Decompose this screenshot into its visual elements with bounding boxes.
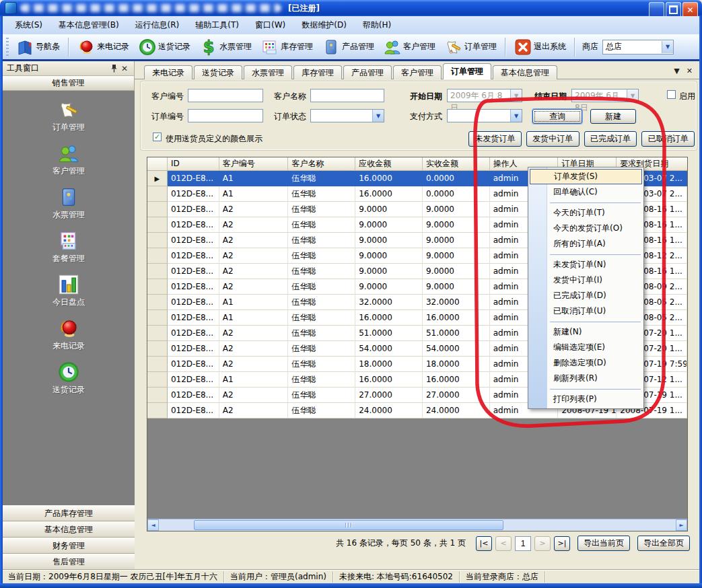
context-menu-item[interactable]: [528, 319, 643, 324]
query-button[interactable]: 查询: [532, 109, 582, 124]
context-menu-item[interactable]: 打印列表(P): [528, 392, 643, 407]
start-date-picker[interactable]: 2009年 6月 8日 ▼: [447, 89, 522, 102]
tab-close-icon[interactable]: ✕: [687, 67, 693, 75]
page-number-input[interactable]: [515, 536, 531, 551]
row-selector-cell[interactable]: [147, 310, 168, 326]
context-menu-item[interactable]: 订单发货(S): [530, 169, 642, 184]
row-selector-cell[interactable]: [147, 202, 168, 217]
menu-aux-tools[interactable]: 辅助工具(T): [187, 17, 247, 33]
scroll-left-icon[interactable]: ◄: [147, 519, 159, 531]
context-menu-item[interactable]: [528, 200, 643, 205]
row-selector-cell[interactable]: [147, 233, 168, 248]
context-menu-item[interactable]: 刷新列表(R): [528, 371, 643, 386]
document-tab[interactable]: 客户管理: [393, 65, 442, 79]
sidebar-item-call-records[interactable]: 来电记录: [52, 318, 85, 352]
sidebar-item-combo-management[interactable]: 套餐管理: [52, 230, 85, 264]
context-menu-item[interactable]: 已取消订单(U): [528, 303, 643, 319]
sidebar-item-water-ticket-management[interactable]: 水票管理: [52, 186, 85, 221]
row-selector-cell[interactable]: [147, 171, 168, 186]
close-button[interactable]: ✕: [682, 2, 698, 17]
minimize-button[interactable]: _: [649, 2, 664, 17]
row-selector-cell[interactable]: [147, 341, 168, 357]
row-selector-cell[interactable]: [147, 279, 168, 295]
document-tab[interactable]: 产品管理: [343, 65, 392, 79]
row-selector-cell[interactable]: [147, 326, 168, 341]
last-page-button[interactable]: >|: [554, 536, 570, 551]
sidebar-group-bar[interactable]: 售后管理: [3, 554, 135, 570]
context-menu-item[interactable]: 已完成订单(D): [528, 288, 643, 303]
scrollbar-thumb[interactable]: [194, 520, 503, 530]
toolbar-water-ticket-button[interactable]: $ 水票管理: [196, 36, 256, 58]
context-menu-item[interactable]: 新建(N): [528, 324, 643, 340]
context-menu-item[interactable]: 所有的订单(A): [528, 236, 643, 252]
context-menu-item[interactable]: 今天的订单(T): [528, 205, 643, 221]
document-tab[interactable]: 库存管理: [293, 65, 342, 79]
scroll-right-icon[interactable]: ►: [676, 519, 687, 531]
sidebar-group-bar[interactable]: 产品库存管理: [3, 505, 135, 521]
menu-help[interactable]: 帮助(H): [355, 17, 399, 33]
sidebar-item-today-inventory[interactable]: 今日盘点: [52, 274, 85, 308]
context-menu-item[interactable]: 编辑选定项(E): [528, 340, 643, 355]
sidebar-item-order-management[interactable]: 订单管理: [52, 99, 85, 133]
sidebar-group-bar[interactable]: 财务管理: [3, 538, 135, 554]
column-header-received[interactable]: 实收金额: [423, 157, 490, 171]
row-selector-cell[interactable]: [147, 248, 168, 264]
menu-system[interactable]: 系统(S): [7, 17, 50, 33]
order-status-filter-button[interactable]: 未发货订单: [468, 131, 522, 147]
tab-list-dropdown-icon[interactable]: ▼: [674, 67, 679, 75]
document-tab[interactable]: 送货记录: [194, 65, 242, 79]
shop-combobox[interactable]: 总店 ▼: [602, 40, 674, 54]
row-selector-cell[interactable]: [147, 186, 168, 202]
new-button[interactable]: 新建: [590, 109, 636, 124]
menu-window[interactable]: 窗口(W): [247, 17, 293, 33]
enable-date-checkbox[interactable]: [667, 90, 676, 99]
order-status-filter-button[interactable]: 已取消订单: [641, 131, 695, 147]
maximize-button[interactable]: [666, 2, 681, 17]
context-menu-item[interactable]: 发货中订单(I): [528, 272, 643, 288]
document-tab[interactable]: 来电记录: [144, 65, 192, 79]
pin-icon[interactable]: [108, 63, 119, 74]
row-selector-cell[interactable]: [147, 372, 168, 388]
customer-name-input[interactable]: [310, 89, 384, 102]
customer-no-input[interactable]: [188, 89, 263, 102]
export-current-page-button[interactable]: 导出当前页: [577, 536, 630, 551]
context-menu-item[interactable]: 删除选定项(D): [528, 355, 643, 371]
horizontal-scrollbar[interactable]: ◄ ►: [147, 519, 687, 531]
export-all-pages-button[interactable]: 导出全部页: [637, 536, 690, 551]
close-icon[interactable]: ✕: [119, 63, 130, 74]
document-tab[interactable]: 订单管理: [443, 63, 491, 79]
row-selector-cell[interactable]: [147, 295, 168, 310]
column-header-customer-name[interactable]: 客户名称: [288, 157, 355, 171]
row-selector-cell[interactable]: [147, 217, 168, 233]
column-header-customer-no[interactable]: 客户编号: [219, 157, 289, 171]
toolbar-product-button[interactable]: 产品管理: [318, 36, 378, 58]
order-status-filter-button[interactable]: 发货中订单: [526, 131, 580, 147]
toolbar-navigator-button[interactable]: 导航条: [12, 36, 64, 58]
row-selector-cell[interactable]: [147, 357, 168, 372]
order-status-select[interactable]: ▼: [310, 109, 384, 122]
toolbar-inventory-button[interactable]: 库存管理: [257, 36, 317, 58]
prev-page-button[interactable]: <: [495, 536, 512, 551]
next-page-button[interactable]: >: [534, 536, 551, 551]
sidebar-item-customer-management[interactable]: 客户管理: [52, 143, 85, 177]
order-no-input[interactable]: [188, 109, 263, 122]
document-tab[interactable]: 基本信息管理: [493, 65, 557, 79]
sidebar-group-bar[interactable]: 基本信息管理: [3, 521, 135, 538]
row-selector-cell[interactable]: [147, 403, 168, 418]
toolbar-exit-button[interactable]: 退出系统: [510, 36, 570, 58]
context-menu-item[interactable]: 今天的发货订单(O): [528, 221, 643, 236]
chevron-down-icon[interactable]: ▼: [662, 41, 673, 53]
menu-basic-info[interactable]: 基本信息管理(B): [50, 17, 127, 33]
toolbar-customer-button[interactable]: 客户管理: [380, 36, 440, 58]
toolbar-delivery-records-button[interactable]: 送货记录: [135, 36, 195, 58]
column-header-id[interactable]: ID: [168, 157, 219, 171]
menu-runtime-info[interactable]: 运行信息(R): [127, 17, 188, 33]
row-selector-cell[interactable]: [147, 388, 168, 403]
menu-data-maintenance[interactable]: 数据维护(D): [293, 17, 355, 33]
context-menu-item[interactable]: [528, 252, 643, 257]
toolbar-grip[interactable]: [6, 38, 9, 57]
context-menu-item[interactable]: [528, 386, 643, 392]
context-menu-item[interactable]: 回单确认(C): [528, 184, 643, 200]
toolbar-call-records-button[interactable]: 来电记录: [73, 36, 133, 58]
toolbar-order-button[interactable]: 订单管理: [441, 36, 501, 58]
